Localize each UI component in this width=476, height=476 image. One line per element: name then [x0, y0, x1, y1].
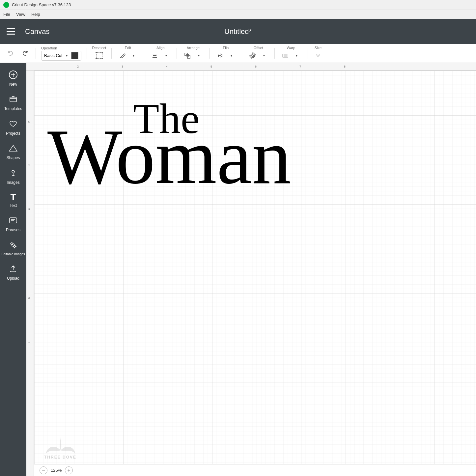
svg-text:3: 3	[122, 65, 123, 68]
templates-icon	[9, 95, 18, 105]
align-chevron-icon[interactable]: ▼	[161, 50, 171, 61]
phrases-icon	[9, 216, 18, 226]
footer: − 125% +	[34, 464, 476, 476]
edit-chevron-icon[interactable]: ▼	[128, 50, 139, 61]
svg-point-3	[96, 58, 97, 59]
zoom-out-button[interactable]: −	[40, 466, 47, 474]
menu-view[interactable]: View	[16, 12, 25, 17]
svg-text:3: 3	[27, 164, 31, 165]
sidebar-item-text[interactable]: T Text	[0, 189, 26, 212]
svg-text:4: 4	[27, 208, 31, 210]
svg-point-20	[12, 170, 14, 173]
deselect-button[interactable]	[94, 50, 104, 61]
svg-rect-5	[153, 54, 157, 54]
svg-rect-7	[153, 57, 157, 58]
sep-5	[177, 48, 177, 59]
sidebar-item-projects[interactable]: Projects	[0, 115, 26, 140]
warp-button[interactable]	[280, 50, 291, 61]
sidebar-upload-label: Upload	[7, 276, 19, 281]
flip-chevron-icon[interactable]: ▼	[226, 50, 237, 61]
svg-text:2: 2	[27, 121, 31, 123]
sep-2	[87, 48, 87, 59]
edit-group: Edit ▼	[117, 46, 139, 61]
sep-6	[209, 48, 210, 59]
hamburger-menu[interactable]	[7, 26, 18, 38]
align-group: Align ▼	[150, 46, 171, 61]
sidebar-item-templates[interactable]: Templates	[0, 91, 26, 115]
warp-chevron-icon[interactable]: ▼	[291, 50, 302, 61]
sidebar-item-new[interactable]: New	[0, 66, 26, 91]
sep-3	[111, 48, 112, 59]
app-container: Canvas Untitled* Operation Basic Cut ▼ D…	[0, 19, 476, 476]
sidebar-item-editable-images[interactable]: Editable Images	[0, 237, 26, 260]
arrange-button[interactable]	[182, 50, 193, 61]
upload-icon	[9, 264, 18, 275]
sep-1	[36, 48, 36, 59]
sidebar-item-images[interactable]: Images	[0, 164, 26, 189]
sep-8	[274, 48, 275, 59]
new-icon	[9, 70, 18, 81]
svg-marker-19	[9, 145, 17, 151]
color-swatch[interactable]	[71, 52, 78, 59]
svg-point-24	[11, 243, 13, 245]
align-button[interactable]	[150, 50, 160, 61]
svg-text:4: 4	[166, 65, 168, 68]
zoom-in-button[interactable]: +	[65, 466, 73, 474]
sidebar-editable-images-label: Editable Images	[1, 252, 25, 256]
sep-9	[307, 48, 307, 59]
flip-button[interactable]	[215, 50, 225, 61]
arrange-group: Arrange ▼	[182, 46, 204, 61]
arrange-chevron-icon[interactable]: ▼	[193, 50, 204, 61]
deselect-group: Deselect	[92, 46, 106, 61]
canvas-container[interactable]: 2 3 4 5 6 7 8 2 3 4 5 6 7	[26, 63, 476, 476]
left-sidebar: New Templates Projects Shapes	[0, 63, 26, 476]
operation-chevron-icon: ▼	[65, 54, 69, 57]
ruler-left: 2 3 4 5 6 7	[26, 71, 34, 476]
offset-chevron-icon[interactable]: ▼	[259, 50, 269, 61]
svg-text:8: 8	[344, 65, 346, 68]
size-label: Size	[315, 46, 322, 50]
svg-text:5: 5	[210, 65, 212, 68]
menu-bar: File View Help	[0, 10, 476, 19]
sidebar-text-label: Text	[10, 203, 17, 208]
text-icon: T	[10, 193, 16, 202]
flip-group: Flip ▼	[215, 46, 237, 61]
flip-label: Flip	[223, 46, 229, 50]
operation-select[interactable]: Basic Cut ▼	[41, 51, 81, 61]
editable-images-icon	[9, 240, 18, 251]
svg-point-11	[251, 54, 255, 58]
edit-button[interactable]	[117, 50, 127, 61]
size-button[interactable]: W	[313, 50, 323, 61]
projects-icon	[9, 119, 18, 130]
undo-button[interactable]	[5, 48, 16, 59]
sidebar-shapes-label: Shapes	[7, 155, 20, 160]
svg-rect-6	[153, 55, 156, 56]
sidebar-item-shapes[interactable]: Shapes	[0, 140, 26, 164]
shapes-icon	[9, 144, 18, 154]
svg-text:6: 6	[255, 65, 257, 68]
edit-label: Edit	[125, 46, 131, 50]
menu-help[interactable]: Help	[31, 12, 40, 17]
header: Canvas Untitled*	[0, 19, 476, 44]
sidebar-item-phrases[interactable]: Phrases	[0, 212, 26, 236]
sidebar-phrases-label: Phrases	[6, 228, 20, 232]
svg-text:7: 7	[27, 342, 31, 343]
sep-7	[242, 48, 242, 59]
app-icon	[3, 2, 9, 8]
canvas-grid	[34, 71, 476, 476]
warp-label: Warp	[287, 46, 295, 50]
canvas-label: Canvas	[25, 27, 50, 36]
sidebar-images-label: Images	[7, 180, 19, 185]
operation-label: Operation	[41, 46, 57, 50]
redo-button[interactable]	[20, 48, 30, 59]
offset-button[interactable]	[247, 50, 258, 61]
sidebar-item-upload[interactable]: Upload	[0, 260, 26, 285]
align-label: Align	[156, 46, 164, 50]
svg-point-4	[101, 58, 103, 59]
canvas[interactable]: Woman The THREE DOVE	[34, 71, 476, 476]
sidebar-templates-label: Templates	[4, 106, 22, 111]
deselect-label: Deselect	[92, 46, 106, 50]
svg-rect-21	[10, 218, 17, 223]
menu-file[interactable]: File	[3, 12, 10, 17]
offset-label: Offset	[254, 46, 263, 50]
